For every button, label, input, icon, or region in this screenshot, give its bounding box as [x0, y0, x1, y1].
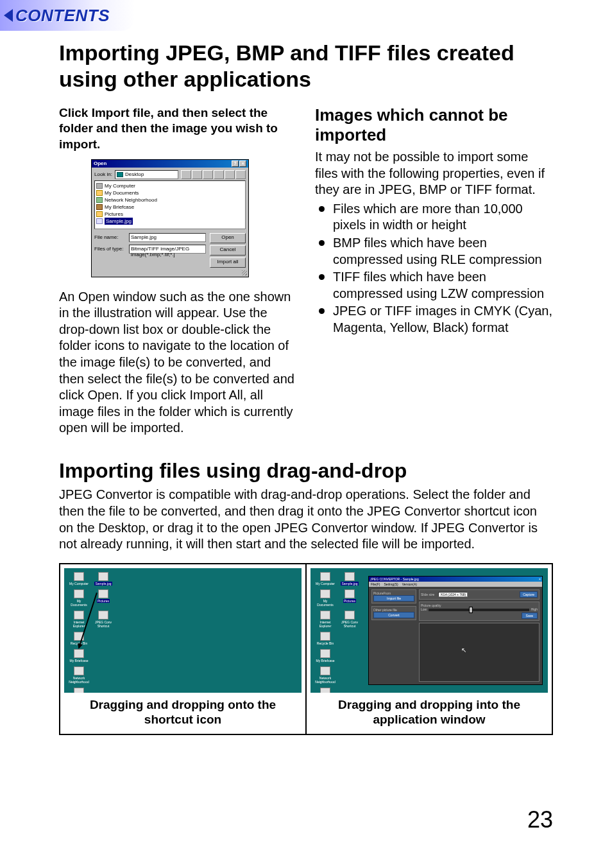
desktop-icon[interactable]: Network Neighborhood — [316, 666, 335, 684]
desktop-icon[interactable]: Pictures — [340, 589, 359, 607]
contents-banner[interactable]: CONTENTS — [0, 0, 135, 31]
desktop-icon[interactable]: My Computer — [69, 572, 89, 586]
dialog-toolbar — [181, 170, 246, 179]
new-folder-icon[interactable] — [214, 170, 224, 179]
cannot-import-intro: It may not be possible to import some fi… — [315, 149, 553, 198]
menu-item[interactable]: File(F) — [371, 582, 380, 586]
desktop-icon[interactable]: Sample.jpg — [340, 572, 359, 586]
file-label: My Computer — [105, 182, 135, 189]
section2: Importing files using drag-and-drop JPEG… — [59, 458, 553, 735]
up-folder-icon[interactable] — [192, 170, 202, 179]
cannot-import-title: Images which cannot be imported — [315, 105, 553, 145]
desktop-icon[interactable]: Pictures — [94, 589, 113, 607]
app-window-title: JPEG CONVERTOR - Sample.jpg — [370, 577, 419, 581]
desktop-icon[interactable]: Internet Explorer — [316, 611, 335, 628]
contents-label: CONTENTS — [15, 6, 110, 26]
menu-item[interactable]: Version(A) — [402, 582, 417, 586]
left-column: Click Import file, and then select the f… — [59, 105, 297, 437]
filetype-label: Files of type: — [94, 246, 126, 252]
file-list-item[interactable]: My Briefcase — [96, 204, 244, 211]
import-file-button[interactable]: Import file — [373, 595, 414, 602]
lookin-value: Desktop — [125, 171, 144, 177]
list-view-icon[interactable] — [225, 170, 235, 179]
desktop-glyph-icon — [320, 632, 330, 641]
slide-size-label: Slide size — [421, 593, 434, 596]
close-icon[interactable]: × — [239, 161, 246, 167]
desktop-glyph-icon — [74, 572, 84, 581]
back-arrow-icon — [4, 9, 13, 22]
help-icon[interactable]: ? — [232, 161, 239, 167]
desktop-icon[interactable]: My Briefcase — [69, 649, 89, 663]
list-item: JPEG or TIFF images in CMYK (Cyan, Magen… — [315, 303, 553, 336]
dropdown-icon[interactable] — [181, 170, 191, 179]
desktop-glyph-icon — [74, 649, 84, 658]
desktop-glyph-icon — [98, 611, 108, 620]
desktop-icon-label: Internet Explorer — [316, 620, 335, 628]
desktop-glyph-icon — [98, 589, 108, 598]
desktop-icon-label: My Documents — [69, 599, 89, 607]
app-menu[interactable]: File(F)Setting(S)Version(A) — [369, 582, 542, 587]
file-list-item[interactable]: My Documents — [96, 189, 244, 196]
quality-high-label: High — [531, 607, 538, 611]
list-item: TIFF files which have been compressed us… — [315, 269, 553, 302]
file-label: Sample.jpg — [105, 218, 133, 225]
capture-button[interactable]: Capture — [520, 591, 538, 598]
figure-row: My ComputerSample.jpgMy DocumentsPicture… — [59, 563, 553, 735]
desktop-icon[interactable]: Recycle Bin — [316, 632, 335, 645]
open-dialog-title: Open — [94, 161, 106, 166]
slide-size-combo[interactable]: XGA (1024 x 768) — [438, 592, 468, 597]
convert-button[interactable]: Convert — [373, 612, 414, 618]
desktop-icon[interactable]: JPEG Conv Shortcut — [94, 611, 113, 628]
details-view-icon[interactable] — [235, 170, 246, 179]
cursor-icon: ↖ — [461, 647, 466, 654]
desktop-icon[interactable]: My Documents — [69, 589, 89, 607]
desktop-icon-label: My Briefcase — [316, 659, 335, 663]
figure-1: My ComputerSample.jpgMy DocumentsPicture… — [60, 564, 305, 734]
file-list-item[interactable]: Network Neighborhood — [96, 196, 244, 204]
menu-item[interactable]: Setting(S) — [384, 582, 398, 586]
app-window: JPEG CONVERTOR - Sample.jpg × File(F)Set… — [368, 576, 543, 685]
desktop-icon[interactable]: Network Neighborhood — [69, 666, 89, 684]
preview-area: ↖ — [419, 623, 540, 682]
desktop-glyph-icon — [320, 572, 330, 581]
save-button[interactable]: Save — [522, 612, 538, 619]
file-icon — [96, 204, 103, 210]
file-list[interactable]: My ComputerMy DocumentsNetwork Neighborh… — [94, 180, 246, 229]
desktop-icon-label: Network Neighborhood — [69, 676, 89, 684]
desktop-icon-label: My Computer — [69, 582, 89, 586]
import-all-button[interactable]: Import all — [210, 257, 246, 268]
desktop-icon[interactable]: My Briefcase — [316, 649, 335, 663]
quality-slider[interactable] — [429, 609, 529, 611]
desktop-icon[interactable]: Microsoft Outlook — [69, 688, 89, 693]
desktop-icon[interactable]: Microsoft Outlook — [316, 688, 335, 693]
filename-input[interactable]: Sample.jpg — [129, 233, 206, 242]
desktop-glyph-icon — [74, 666, 84, 675]
app-window-close-icon[interactable]: × — [539, 577, 541, 581]
desktop-mock-1: My ComputerSample.jpgMy DocumentsPicture… — [64, 568, 302, 693]
file-list-item[interactable]: Sample.jpg — [96, 218, 244, 225]
desktop-icon[interactable]: Sample.jpg — [94, 572, 113, 586]
file-icon — [96, 183, 103, 189]
desktop-glyph-icon — [320, 688, 330, 693]
open-dialog-titlebar: Open ? × — [92, 160, 248, 168]
section2-title: Importing files using drag-and-drop — [59, 458, 553, 483]
desktop-icon-label: Recycle Bin — [317, 641, 334, 645]
desktop-icon[interactable]: My Documents — [316, 589, 335, 607]
desktop-button-icon[interactable] — [203, 170, 213, 179]
file-label: Pictures — [105, 211, 123, 218]
open-button[interactable]: Open — [210, 233, 246, 243]
section1-body: An Open window such as the one shown in … — [59, 289, 297, 437]
cancel-button[interactable]: Cancel — [210, 245, 246, 256]
resize-grip-icon[interactable] — [92, 270, 248, 277]
open-dialog: Open ? × Look in: Desktop — [91, 159, 249, 277]
desktop-glyph-icon — [320, 649, 330, 658]
desktop-glyph-icon — [74, 589, 84, 598]
desktop-icon[interactable]: JPEG Conv Shortcut — [340, 611, 359, 628]
filetype-combo[interactable]: Bitmap/TIFF image/JPEG image(*.bmp;*.tif… — [129, 245, 206, 254]
desktop-icon-label: JPEG Conv Shortcut — [94, 620, 113, 628]
lookin-combo[interactable]: Desktop — [115, 170, 178, 179]
desktop-icon[interactable]: My Computer — [316, 572, 335, 586]
desktop-icon-label: Network Neighborhood — [315, 676, 335, 684]
file-list-item[interactable]: Pictures — [96, 211, 244, 218]
file-list-item[interactable]: My Computer — [96, 182, 244, 189]
